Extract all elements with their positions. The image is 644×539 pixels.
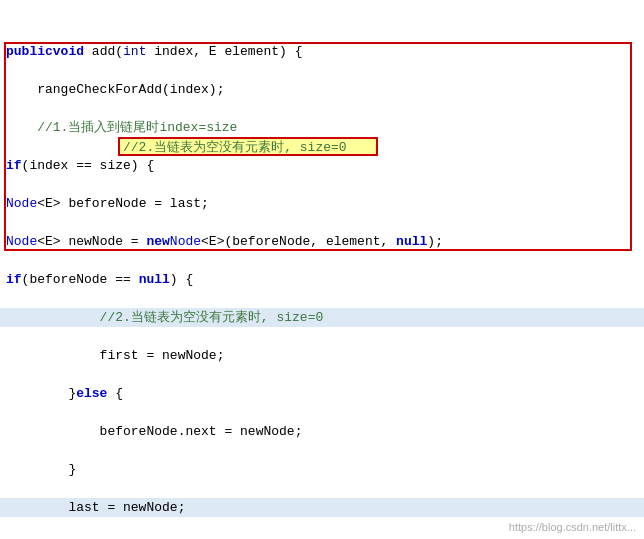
code-block: public void add(int index, E element) { … (0, 0, 644, 539)
watermark: https://blog.csdn.net/littx... (509, 521, 636, 533)
code-line: //2.当链表为空没有元素时, size=0 (0, 308, 644, 327)
code-line: if(beforeNode == null) { (0, 270, 644, 289)
code-line: }else { (0, 384, 644, 403)
code-container: public void add(int index, E element) { … (0, 0, 644, 539)
code-line: Node<E> beforeNode = last; (0, 194, 644, 213)
code-line: last = newNode; (0, 498, 644, 517)
code-line: Node<E> newNode = new Node<E>(beforeNode… (0, 232, 644, 251)
code-line: } (0, 460, 644, 479)
code-line: //1.当插入到链尾时index=size (0, 118, 644, 137)
code-line: first = newNode; (0, 346, 644, 365)
code-line: rangeCheckForAdd(index); (0, 80, 644, 99)
code-line: if(index == size) { (0, 156, 644, 175)
code-line: beforeNode.next = newNode; (0, 422, 644, 441)
code-line: public void add(int index, E element) { (0, 42, 644, 61)
